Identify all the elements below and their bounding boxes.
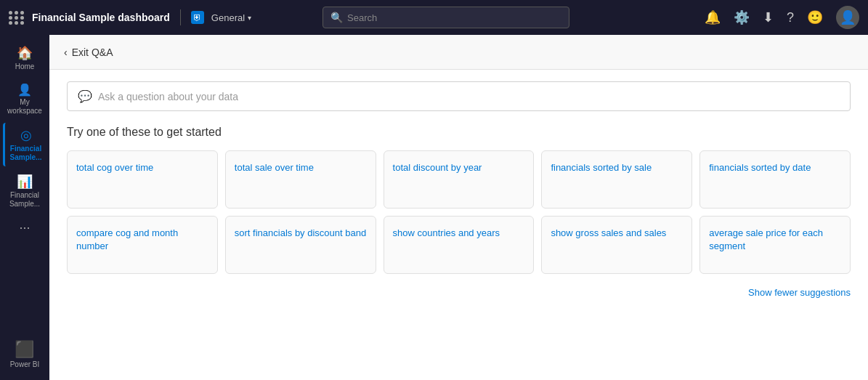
- suggestion-total-discount[interactable]: total discount by year: [384, 150, 535, 209]
- sidebar-item-my-workspace[interactable]: 👤 My workspace: [3, 78, 46, 120]
- sidebar-powerbi-label: Power BI: [10, 360, 40, 368]
- suggestion-show-countries[interactable]: show countries and years: [384, 216, 535, 274]
- show-fewer-button[interactable]: Show fewer suggestions: [748, 287, 851, 298]
- download-icon[interactable]: ⬇: [763, 9, 774, 25]
- suggestion-financials-date[interactable]: financials sorted by date: [699, 150, 851, 209]
- powerbi-icon: ⬛: [15, 340, 34, 359]
- sidebar-item-financial-sample-1[interactable]: ◎ Financial Sample...: [3, 123, 46, 166]
- settings-icon[interactable]: ⚙️: [734, 9, 750, 25]
- main-layout: 🏠 Home 👤 My workspace ◎ Financial Sample…: [0, 35, 868, 380]
- suggestion-compare-cog[interactable]: compare cog and month number: [67, 216, 218, 274]
- home-icon: 🏠: [17, 45, 33, 61]
- user-avatar[interactable]: 👤: [836, 6, 859, 29]
- suggestion-total-cog[interactable]: total cog over time: [67, 150, 218, 209]
- exit-qna-label: Exit Q&A: [72, 47, 113, 58]
- suggestion-financials-sale[interactable]: financials sorted by sale: [541, 150, 692, 209]
- workspace-selector[interactable]: General ▾: [211, 12, 251, 23]
- suggestion-show-gross[interactable]: show gross sales and sales: [541, 216, 692, 274]
- sidebar-powerbi: ⬛ Power BI: [10, 340, 40, 368]
- search-icon: 🔍: [330, 12, 343, 23]
- qna-input[interactable]: [98, 91, 840, 102]
- top-nav: Financial Sample dashboard General ▾ 🔍 🔔…: [0, 0, 868, 35]
- qna-input-box[interactable]: 💬: [67, 81, 851, 111]
- back-chevron-icon: ‹: [64, 47, 68, 58]
- show-fewer-container: Show fewer suggestions: [67, 286, 851, 299]
- feedback-icon[interactable]: 🙂: [807, 9, 823, 25]
- sidebar-item-financial-sample-2[interactable]: 📊 Financial Sample...: [3, 169, 46, 213]
- sidebar-financial-2-label: Financial Sample...: [6, 191, 44, 209]
- suggestion-average-sale[interactable]: average sale price for each segment: [699, 216, 851, 274]
- avatar-icon: 👤: [840, 9, 856, 25]
- suggestions-title: Try one of these to get started: [67, 126, 851, 139]
- content-header: ‹ Exit Q&A: [49, 35, 868, 70]
- sidebar-item-more[interactable]: ···: [3, 216, 46, 240]
- sidebar-item-home[interactable]: 🏠 Home: [3, 41, 46, 76]
- person-icon: 👤: [17, 83, 32, 97]
- exit-qna-button[interactable]: ‹ Exit Q&A: [64, 47, 113, 58]
- nav-divider: [180, 9, 181, 25]
- help-icon[interactable]: ?: [787, 10, 794, 25]
- suggestions-grid: total cog over time total sale over time…: [67, 150, 851, 274]
- nav-icons: 🔔 ⚙️ ⬇ ? 🙂 👤: [705, 6, 859, 29]
- sidebar-my-workspace-label: My workspace: [6, 98, 44, 116]
- sidebar-home-label: Home: [15, 62, 35, 71]
- search-box[interactable]: 🔍: [323, 7, 569, 28]
- suggestion-sort-financials[interactable]: sort financials by discount band: [225, 216, 376, 274]
- bar-chart-icon: 📊: [17, 174, 33, 190]
- content-area: ‹ Exit Q&A 💬 Try one of these to get sta…: [49, 35, 868, 380]
- app-grid-icon[interactable]: [9, 11, 25, 25]
- app-title: Financial Sample dashboard: [32, 12, 170, 23]
- sidebar: 🏠 Home 👤 My workspace ◎ Financial Sample…: [0, 35, 49, 380]
- sidebar-more-label: ···: [19, 220, 30, 236]
- qna-area: 💬 Try one of these to get started total …: [49, 70, 868, 380]
- circle-check-icon: ◎: [20, 127, 32, 143]
- chevron-down-icon: ▾: [248, 14, 251, 22]
- shield-icon: [191, 11, 204, 24]
- suggestion-total-sale[interactable]: total sale over time: [225, 150, 376, 209]
- sidebar-financial-1-label: Financial Sample...: [8, 145, 44, 162]
- search-input[interactable]: [347, 12, 561, 23]
- chat-bubble-icon: 💬: [78, 89, 92, 103]
- notification-icon[interactable]: 🔔: [705, 9, 721, 25]
